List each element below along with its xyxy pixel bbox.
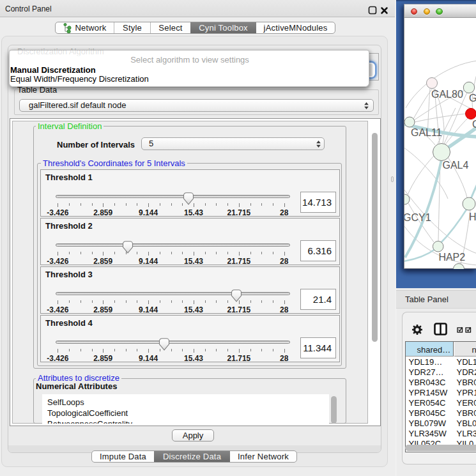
svg-text:GAL4: GAL4 — [443, 160, 469, 171]
svg-text:H: H — [469, 211, 476, 222]
svg-text:GCY1: GCY1 — [404, 212, 431, 223]
svg-text:C: C — [472, 119, 476, 130]
svg-text:GAL80: GAL80 — [431, 89, 463, 100]
svg-text:HAP2: HAP2 — [438, 252, 465, 263]
svg-text:GA: GA — [469, 93, 476, 104]
svg-text:GAL11: GAL11 — [411, 127, 442, 138]
